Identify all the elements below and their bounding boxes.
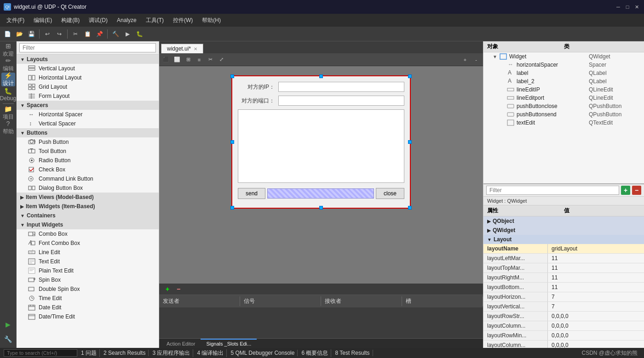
menu-help[interactable]: 帮助(H) [197,15,225,26]
prop-row-rowstretch[interactable]: layoutRowStr... 0,0,0,0 [483,312,644,321]
editor-canvas[interactable]: 对方的IP： 对方的端口： send close [159,66,483,284]
toolbar-save[interactable]: 💾 [26,28,37,40]
toolbar-cut[interactable]: ✂ [70,28,81,40]
resize-handle-tl[interactable] [230,74,234,78]
resize-handle-bc[interactable] [319,206,323,210]
sidebar-item-tool-button[interactable]: T Tool Button [17,147,159,156]
minimize-button[interactable]: ─ [615,3,622,11]
editor-tab-close[interactable]: ✕ [194,46,197,51]
resize-handle-tc[interactable] [319,74,323,78]
ip-input[interactable] [278,82,404,92]
tree-item-lineedit-port[interactable]: lineEditport QLineEdit [483,94,644,102]
toolbar-new[interactable]: 📄 [2,28,13,40]
sidebar-item-form-layout[interactable]: Form Layout [17,91,159,101]
sidebar-section-item-views[interactable]: ▶ Item Views (Model-Based) [17,193,159,202]
prop-row-top-margin[interactable]: layoutTopMar... 11 [483,263,644,273]
prop-section-qwidget[interactable]: ▶ QWidget [483,226,644,235]
menu-build[interactable]: 构建(B) [57,15,84,26]
prop-row-colstretch[interactable]: layoutColumn... 0,0,0,0 [483,321,644,331]
tree-item-btn-close[interactable]: pushButtonclose QPushButton [483,102,644,110]
toolbar-redo[interactable]: ↪ [54,28,65,40]
port-input[interactable] [278,96,404,106]
tree-item-lineedit-ip[interactable]: lineEditIP QLineEdit [483,85,644,94]
menu-file[interactable]: 文件(F) [2,15,29,26]
menu-tools[interactable]: 工具(T) [141,15,168,26]
editor-btn-adjust[interactable]: ⤢ [216,55,226,65]
toolbar-copy[interactable]: 📋 [82,28,93,40]
left-btn-debug[interactable]: 🐛 Debug [1,87,15,101]
resize-handle-tr[interactable] [408,74,412,78]
sidebar-item-date-edit[interactable]: Date Edit [17,303,159,312]
bottom-tab-signals-slots[interactable]: Signals _Slots Edi... [201,339,257,348]
left-btn-edit[interactable]: ✏ 编辑 [1,58,15,72]
menu-edit[interactable]: 编辑(E) [29,15,57,26]
left-btn-design[interactable]: ⚡ 设计 [1,73,15,86]
bottom-add-btn[interactable]: + [163,284,172,294]
toolbar-paste[interactable]: 📌 [94,28,105,40]
tree-item-btn-send[interactable]: pushButtonsend QPushButton [483,110,644,119]
sidebar-item-dialog-button[interactable]: Dialog Button Box [17,183,159,193]
status-search-input[interactable] [4,349,77,357]
sidebar-item-spin-box[interactable]: Spin Box [17,275,159,284]
props-filter-minus-btn[interactable]: − [632,186,641,195]
sidebar-section-containers[interactable]: ▼ Containers [17,211,159,220]
resize-handle-bl[interactable] [230,206,234,210]
bottom-tab-action-editor[interactable]: Action Editor [161,339,201,348]
status-qml-debugger[interactable]: 5 QML Debugger Console [228,350,298,356]
sidebar-item-v-spacer[interactable]: ↕ Vertical Spacer [17,119,159,128]
sidebar-item-vertical-layout[interactable]: Vertical Layout [17,64,159,73]
status-problems[interactable]: 1 问题 [78,349,100,357]
prop-section-layout[interactable]: ▼ Layout [483,235,644,244]
sidebar-item-radio-button[interactable]: Radio Button [17,156,159,165]
sidebar-filter-input[interactable] [19,43,156,52]
prop-row-right-margin[interactable]: layoutRightM... 11 [483,273,644,283]
toolbar-debug[interactable]: 🐛 [134,28,145,40]
left-btn-project[interactable]: 📁 项目 [1,106,15,120]
close-button[interactable]: close [376,188,404,199]
sidebar-item-combo-box[interactable]: Combo Box [17,229,159,239]
status-test-results[interactable]: 8 Test Results [332,350,373,356]
sidebar-item-grid-layout[interactable]: Grid Layout [17,82,159,91]
sidebar-item-h-spacer[interactable]: ↔ Horizontal Spacer [17,110,159,119]
toolbar-run[interactable]: ▶ [122,28,133,40]
tree-item-widget[interactable]: ▼ Widget QWidget [483,52,644,61]
left-btn-settings[interactable]: 🔧 [1,332,15,346]
sidebar-section-spacers[interactable]: ▼ Spacers [17,101,159,110]
prop-row-colminsize[interactable]: layoutColumn... 0,0,0,0 [483,341,644,348]
sidebar-item-double-spin-box[interactable]: Double Spin Box [17,284,159,294]
tree-item-label[interactable]: A label QLabel [483,69,644,77]
sidebar-item-line-edit[interactable]: abl Line Edit [17,248,159,257]
editor-btn-layout-v[interactable]: ⬜ [172,55,182,65]
prop-row-vspacing[interactable]: layoutVertical... 7 [483,302,644,312]
close-button[interactable]: ✕ [633,3,640,11]
sidebar-item-push-button[interactable]: OK Push Button [17,137,159,147]
editor-btn-layout-f[interactable]: ≡ [194,55,204,65]
editor-tab-widget-ui[interactable]: widget.ui* ✕ [161,44,203,53]
menu-widgets[interactable]: 控件(W) [168,15,197,26]
status-overview[interactable]: 6 概要信息 [299,349,331,357]
editor-btn-zoom-out[interactable]: - [471,55,481,65]
sidebar-item-font-combo-box[interactable]: A Font Combo Box [17,239,159,248]
prop-row-rowminsize[interactable]: layoutRowMin... 0,0,0,0 [483,331,644,341]
sidebar-item-datetime-edit[interactable]: Date/Time Edit [17,312,159,321]
status-compile-output[interactable]: 4 编译输出 [194,349,227,357]
prop-row-left-margin[interactable]: layoutLeftMar... 11 [483,254,644,263]
sidebar-section-layouts[interactable]: ▼ Layouts [17,55,159,64]
sidebar-item-command-link[interactable]: Command Link Button [17,174,159,183]
editor-btn-zoom-in[interactable]: + [460,55,470,65]
menu-debug[interactable]: 调试(D) [84,15,112,26]
sidebar-section-buttons[interactable]: ▼ Buttons [17,128,159,137]
editor-btn-break[interactable]: ✂ [205,55,215,65]
toolbar-open[interactable]: 📂 [14,28,25,40]
maximize-button[interactable]: □ [624,3,631,11]
sidebar-item-time-edit[interactable]: Time Edit [17,294,159,303]
editor-btn-layout-h[interactable]: ⬛ [161,55,171,65]
toolbar-build[interactable]: 🔨 [110,28,121,40]
tree-item-hspacer[interactable]: ↔ horizontalSpacer Spacer [483,61,644,69]
properties-filter-input[interactable] [486,186,619,195]
resize-handle-br[interactable] [408,206,412,210]
left-btn-welcome[interactable]: ⊞ 欢迎 [1,43,15,57]
send-button[interactable]: send [238,188,265,199]
sidebar-item-plain-text-edit[interactable]: Plain Text Edit [17,266,159,275]
status-app-output[interactable]: 3 应用程序输出 [150,349,193,357]
